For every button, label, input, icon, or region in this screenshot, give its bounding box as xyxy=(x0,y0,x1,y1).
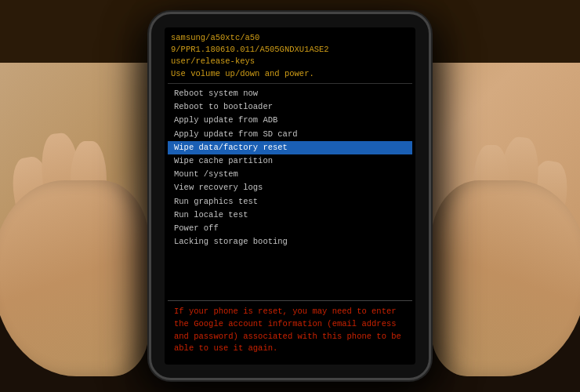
phone-screen: samsung/a50xtc/a50 9/PPR1.180610.011/A50… xyxy=(165,27,415,365)
menu-item-apply-adb[interactable]: Apply update from ADB xyxy=(168,114,412,127)
firmware-version-line: 9/PPR1.180610.011/A505GNDXU1ASE2 xyxy=(171,44,409,56)
menu-item-locale-test[interactable]: Run locale test xyxy=(168,209,412,222)
menu-item-apply-sdcard[interactable]: Apply update from SD card xyxy=(168,128,412,141)
menu-item-wipe-data[interactable]: Wipe data/factory reset xyxy=(168,141,412,154)
menu-item-view-logs[interactable]: View recovery logs xyxy=(168,181,412,194)
recovery-menu: Reboot system now Reboot to bootloader A… xyxy=(168,85,412,299)
hand-left xyxy=(0,180,149,376)
screen-content: samsung/a50xtc/a50 9/PPR1.180610.011/A50… xyxy=(165,27,415,365)
menu-item-power-off[interactable]: Power off xyxy=(168,222,412,235)
menu-item-reboot-system[interactable]: Reboot system now xyxy=(168,87,412,100)
navigation-hint-line: Use volume up/down and power. xyxy=(171,68,409,80)
menu-item-wipe-cache[interactable]: Wipe cache partition xyxy=(168,154,412,168)
phone-device: samsung/a50xtc/a50 9/PPR1.180610.011/A50… xyxy=(149,12,431,380)
factory-reset-warning: If your phone is reset, you may need to … xyxy=(168,300,412,360)
device-model-line: samsung/a50xtc/a50 xyxy=(171,32,409,44)
menu-item-graphics-test[interactable]: Run graphics test xyxy=(168,195,412,209)
hand-right xyxy=(431,180,580,376)
build-type-line: user/release-keys xyxy=(171,56,409,67)
device-info-header: samsung/a50xtc/a50 9/PPR1.180610.011/A50… xyxy=(168,32,412,84)
menu-item-reboot-bootloader[interactable]: Reboot to bootloader xyxy=(168,100,412,114)
warning-text: If your phone is reset, you may need to … xyxy=(174,306,406,355)
menu-item-mount-system[interactable]: Mount /system xyxy=(168,168,412,181)
menu-item-lacking-storage[interactable]: Lacking storage booting xyxy=(168,235,412,249)
